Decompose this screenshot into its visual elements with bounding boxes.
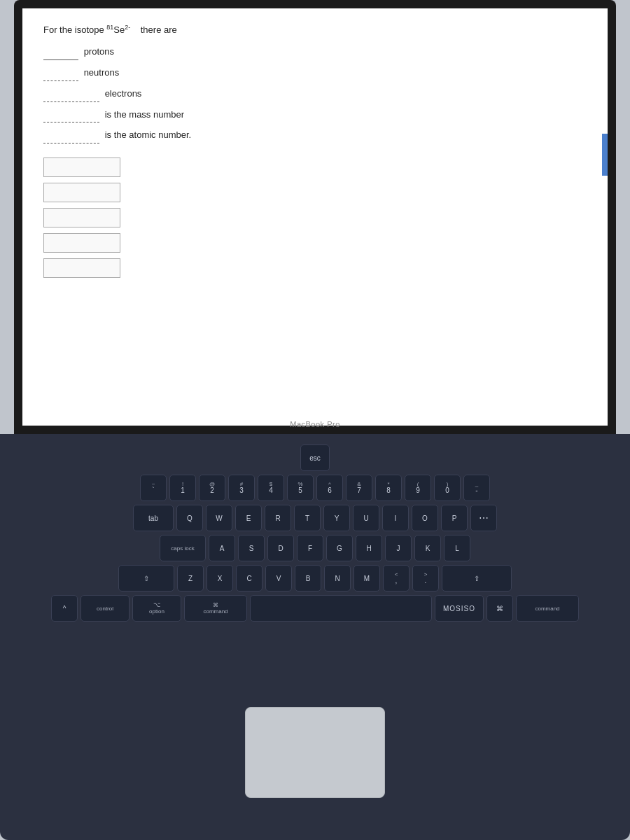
key-esc[interactable]: esc [300, 444, 330, 471]
key-k[interactable]: K [414, 535, 441, 561]
key-5[interactable]: % 5 [287, 475, 314, 501]
isotope-label: 81 [106, 24, 113, 31]
key-tab[interactable]: tab [133, 505, 174, 531]
key-e[interactable]: E [235, 505, 262, 531]
key-c[interactable]: C [236, 565, 262, 592]
line-electrons: electrons [43, 87, 587, 102]
answer-boxes-section [43, 158, 587, 278]
keyboard-area: esc ~ ` ! 1 @ 2 # 3 [0, 434, 630, 840]
electrons-label: electrons [105, 88, 142, 99]
keyboard: esc ~ ` ! 1 @ 2 # 3 [14, 444, 616, 622]
key-period[interactable]: > . [412, 565, 439, 592]
key-u[interactable]: U [353, 505, 379, 531]
answer-box-4[interactable] [43, 233, 120, 253]
key-a[interactable]: A [209, 535, 235, 561]
key-i[interactable]: I [382, 505, 409, 531]
line-mass: is the mass number [43, 108, 587, 123]
key-q[interactable]: Q [176, 505, 203, 531]
key-y[interactable]: Y [323, 505, 350, 531]
blue-accent-bar [602, 134, 608, 176]
row-qwerty: tab Q W E R T Y U I O P ⋯ [133, 505, 497, 531]
key-4[interactable]: $ 4 [258, 475, 284, 501]
row-asdf: caps lock A S D F G H J K L [160, 535, 470, 561]
key-shift-left[interactable]: ⇧ [118, 565, 174, 592]
key-g[interactable]: G [326, 535, 353, 561]
key-t[interactable]: T [294, 505, 321, 531]
key-7[interactable]: & 7 [346, 475, 372, 501]
blank-lines-section: protons neutrons electrons is the mass n… [43, 45, 587, 144]
protons-label: protons [84, 46, 114, 57]
isotope-charge: 2- [125, 24, 130, 31]
key-command-left[interactable]: ⌘ command [184, 595, 247, 622]
row-bottom: ^ control ⌥ option ⌘ command MOSISO [51, 595, 579, 622]
key-6[interactable]: ^ 6 [316, 475, 343, 501]
laptop-body: For the isotope 81Se2- there are protons… [0, 0, 630, 840]
command-left-label: command [203, 608, 227, 615]
key-w[interactable]: W [206, 505, 232, 531]
key-l[interactable]: L [444, 535, 470, 561]
row-zxcv: ⇧ Z X C V B N M < , > . ⇧ [118, 565, 512, 592]
key-0[interactable]: ) 0 [434, 475, 461, 501]
esc-label: esc [309, 454, 321, 462]
key-o[interactable]: O [412, 505, 438, 531]
key-h[interactable]: H [356, 535, 382, 561]
key-mosiso: MOSISO [435, 595, 484, 622]
key-s[interactable]: S [238, 535, 265, 561]
row-numbers: ~ ` ! 1 @ 2 # 3 $ 4 [140, 475, 490, 501]
key-n[interactable]: N [324, 565, 351, 592]
key-tilde[interactable]: ~ ` [140, 475, 167, 501]
key-option[interactable]: ⌥ option [132, 595, 181, 622]
trackpad[interactable] [245, 707, 385, 798]
question-intro: For the isotope [43, 24, 104, 35]
mass-label: is the mass number [105, 109, 184, 120]
key-1[interactable]: ! 1 [169, 475, 196, 501]
macbook-pro-label: MacBook Pro [290, 420, 340, 428]
answer-box-5[interactable] [43, 258, 120, 278]
key-command-sym[interactable]: ⌘ [486, 595, 513, 622]
key-2[interactable]: @ 2 [199, 475, 225, 501]
option-label: option [149, 608, 164, 615]
screen-bezel: For the isotope 81Se2- there are protons… [14, 0, 616, 434]
key-f[interactable]: F [297, 535, 323, 561]
key-v[interactable]: V [265, 565, 292, 592]
question-header: For the isotope 81Se2- there are [43, 22, 587, 38]
caps-lock-label: caps lock [171, 545, 194, 552]
answer-box-1[interactable] [43, 158, 120, 177]
screen: For the isotope 81Se2- there are protons… [22, 8, 608, 426]
line-neutrons: neutrons [43, 66, 587, 81]
row-esc: esc [300, 444, 330, 471]
key-j[interactable]: J [385, 535, 412, 561]
key-fn[interactable]: ^ [51, 595, 78, 622]
key-control[interactable]: control [80, 595, 130, 622]
key-8[interactable]: * 8 [375, 475, 402, 501]
key-d[interactable]: D [267, 535, 294, 561]
key-x[interactable]: X [206, 565, 233, 592]
key-command-right[interactable]: command [516, 595, 579, 622]
key-p[interactable]: P [441, 505, 468, 531]
key-shift-right[interactable]: ⇧ [442, 565, 512, 592]
answer-box-2[interactable] [43, 183, 120, 202]
control-label: control [97, 606, 113, 612]
key-m[interactable]: M [354, 565, 380, 592]
key-comma[interactable]: < , [383, 565, 410, 592]
question-suffix: there are [141, 24, 177, 35]
answer-box-3[interactable] [43, 208, 120, 227]
key-caps-lock[interactable]: caps lock [160, 535, 206, 561]
key-b[interactable]: B [295, 565, 321, 592]
key-space[interactable] [250, 595, 432, 622]
key-minus[interactable]: _ - [463, 475, 490, 501]
tab-label: tab [148, 514, 158, 522]
screen-content: For the isotope 81Se2- there are protons… [22, 8, 608, 426]
key-z[interactable]: Z [177, 565, 204, 592]
line-atomic: is the atomic number. [43, 128, 587, 144]
atomic-label: is the atomic number. [105, 130, 192, 140]
command-right-label: command [535, 606, 559, 612]
key-dots[interactable]: ⋯ [470, 505, 497, 531]
key-9[interactable]: ( 9 [405, 475, 431, 501]
neutrons-label: neutrons [84, 67, 120, 78]
key-3[interactable]: # 3 [228, 475, 255, 501]
mosiso-label: MOSISO [443, 605, 475, 612]
key-r[interactable]: R [265, 505, 291, 531]
line-protons: protons [43, 45, 587, 60]
